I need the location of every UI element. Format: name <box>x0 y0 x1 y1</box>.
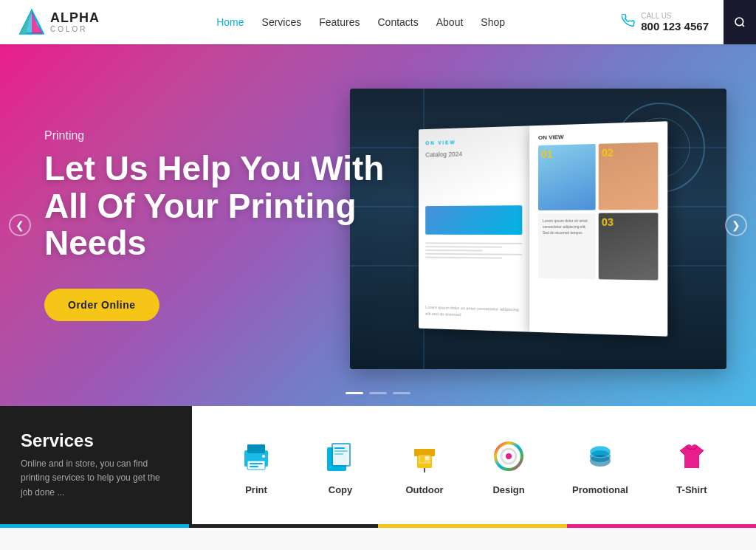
service-design-label: Design <box>492 484 524 495</box>
services-left-panel: Services Online and in store, you can fi… <box>0 406 192 524</box>
nav-about[interactable]: About <box>436 16 464 28</box>
dot-1[interactable] <box>346 392 363 394</box>
service-item-outdoor[interactable]: Outdoor <box>404 436 445 495</box>
svg-rect-12 <box>247 444 265 453</box>
phone-label: CALL US <box>641 12 709 20</box>
logo-color: COLOR <box>50 25 100 33</box>
services-right-panel: Print Copy <box>192 406 756 524</box>
header: ALPHA COLOR Home Services Features Conta… <box>0 0 756 44</box>
hero-subtitle: Printing <box>44 129 399 142</box>
magazine-mockup: ON VIEW Catalog 2024 Lorem ips <box>350 89 726 369</box>
color-bar <box>0 524 756 528</box>
svg-point-14 <box>262 455 265 458</box>
mag-num3: 03 <box>602 216 614 228</box>
hero-cta-button[interactable]: Order Online <box>44 289 159 321</box>
nav-shop[interactable]: Shop <box>481 16 505 28</box>
promotional-icon <box>580 436 621 477</box>
svg-rect-15 <box>250 463 263 464</box>
tshirt-icon <box>671 436 712 477</box>
hero-dots <box>346 392 410 394</box>
hero-content: Printing Let Us Help You With All Of You… <box>44 129 399 321</box>
logo-alpha: ALPHA <box>50 11 100 26</box>
magazine-title: ON VIEW <box>538 131 658 141</box>
hero-next-button[interactable]: ❯ <box>725 214 747 236</box>
service-item-print[interactable]: Print <box>236 436 277 495</box>
phone-icon <box>622 14 635 31</box>
svg-point-4 <box>735 18 743 26</box>
print-icon <box>236 436 277 477</box>
phone-number: 800 123 4567 <box>641 20 709 32</box>
svg-point-34 <box>590 455 611 467</box>
nav-home[interactable]: Home <box>216 16 244 28</box>
hero-prev-button[interactable]: ❮ <box>9 214 31 236</box>
color-bar-magenta <box>567 524 756 528</box>
service-item-tshirt[interactable]: T-Shirt <box>671 436 712 495</box>
service-copy-label: Copy <box>329 484 353 495</box>
hero-title: Let Us Help You With All Of Your Printin… <box>44 150 399 262</box>
phone-info: CALL US 800 123 4567 <box>641 12 709 33</box>
magazine-page-left: ON VIEW Catalog 2024 Lorem ips <box>419 126 529 331</box>
hero-image: ON VIEW Catalog 2024 Lorem ips <box>350 89 726 369</box>
dot-2[interactable] <box>369 392 387 394</box>
svg-marker-3 <box>21 11 32 33</box>
logo[interactable]: ALPHA COLOR <box>18 8 100 36</box>
service-outdoor-label: Outdoor <box>405 484 443 495</box>
outdoor-icon <box>404 436 445 477</box>
service-item-copy[interactable]: Copy <box>320 436 361 495</box>
bottom-section <box>0 528 756 550</box>
color-bar-yellow <box>378 524 567 528</box>
svg-rect-16 <box>250 466 258 467</box>
header-right: CALL US 800 123 4567 <box>622 0 738 44</box>
svg-rect-20 <box>334 447 345 449</box>
color-bar-cyan <box>0 524 189 528</box>
svg-rect-27 <box>420 456 425 462</box>
search-icon <box>734 16 746 28</box>
logo-icon <box>18 8 46 36</box>
service-tshirt-label: T-Shirt <box>676 484 707 495</box>
nav-features[interactable]: Features <box>319 16 360 28</box>
svg-rect-28 <box>425 456 429 460</box>
svg-rect-22 <box>334 453 343 455</box>
search-button[interactable] <box>724 0 756 44</box>
service-item-promotional[interactable]: Promotional <box>572 436 628 495</box>
service-promotional-label: Promotional <box>572 484 628 495</box>
service-item-design[interactable]: Design <box>488 436 529 495</box>
nav-services[interactable]: Services <box>262 16 302 28</box>
svg-rect-13 <box>247 461 265 470</box>
design-icon <box>488 436 529 477</box>
svg-rect-21 <box>334 450 348 452</box>
nav-contacts[interactable]: Contacts <box>377 16 418 28</box>
svg-point-31 <box>506 453 512 459</box>
service-print-label: Print <box>245 484 267 495</box>
magazine: ON VIEW Catalog 2024 Lorem ips <box>419 121 667 336</box>
copy-icon <box>320 436 361 477</box>
services-bar: Services Online and in store, you can fi… <box>0 406 756 524</box>
mag-num1: 01 <box>541 148 553 160</box>
magazine-page-right: ON VIEW 01 02 Lorem ipsum dolor sit amet… <box>529 121 667 336</box>
hero-section: ❮ Printing Let Us Help You With All Of Y… <box>0 44 756 406</box>
logo-text: ALPHA COLOR <box>50 11 100 34</box>
services-title: Services <box>21 430 171 451</box>
main-nav: Home Services Features Contacts About Sh… <box>216 16 505 28</box>
services-description: Online and in store, you can find printi… <box>21 457 171 500</box>
dot-3[interactable] <box>393 392 410 394</box>
color-bar-black <box>189 524 378 528</box>
phone-block: CALL US 800 123 4567 <box>622 12 709 33</box>
mag-num2: 02 <box>602 146 614 159</box>
